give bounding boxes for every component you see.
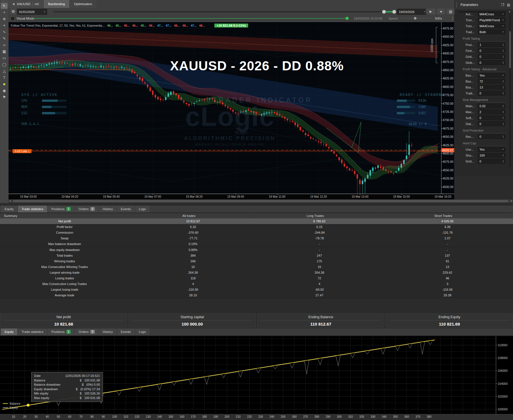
wave-tool-icon[interactable]: ∿ — [1, 29, 8, 35]
tab-orders[interactable]: Orders0 — [75, 328, 99, 335]
scroll-right-icon[interactable]: ▸ — [511, 199, 512, 202]
tab-history[interactable]: History — [99, 206, 117, 212]
pointer-icon[interactable]: ↖ — [1, 3, 8, 9]
stepper-down-icon[interactable]: ▾ — [503, 57, 504, 58]
timeline-end-thumb[interactable] — [392, 10, 396, 14]
parameters-scrollbar[interactable] — [509, 14, 511, 167]
scroll-left-icon[interactable]: ◂ — [9, 199, 11, 202]
target-icon[interactable]: ⌖ — [1, 22, 8, 28]
parameters-scrollbar-thumb[interactable] — [509, 31, 511, 68]
param-stepper[interactable]: 2▴▾ — [478, 109, 505, 114]
table-row[interactable]: Max balance drawdown0.19%-- — [0, 241, 513, 247]
eraser-icon[interactable]: ▱ — [1, 42, 8, 48]
camera-icon[interactable]: ◉ — [1, 88, 8, 94]
progress-thumb[interactable] — [346, 17, 349, 20]
grid-tool-icon[interactable]: ▦ — [1, 48, 8, 54]
param-stepper[interactable]: 100▴▾ — [478, 153, 505, 158]
stepper-down-icon[interactable]: ▾ — [503, 124, 504, 125]
panel-grip[interactable] — [456, 2, 458, 7]
crosshair-dot-icon[interactable]: ⊕ — [1, 16, 8, 22]
table-row[interactable]: Largest winning trade264.38264.38229.42 — [0, 270, 513, 276]
stepper-down-icon[interactable]: ▾ — [503, 93, 504, 95]
param-stepper[interactable]: 13▴▾ — [478, 85, 505, 90]
table-row[interactable]: Losing trades1187246 — [0, 275, 513, 281]
save-button[interactable]: ▤ — [447, 9, 455, 14]
stepper-arrows[interactable]: ▴▾ — [503, 154, 504, 157]
table-row[interactable]: Swap-77.71-78.781.07 — [0, 235, 513, 241]
tab-backtesting[interactable]: Backtesting — [44, 0, 69, 8]
stepper-arrows[interactable]: ▴▾ — [503, 49, 504, 52]
toolbar-grip[interactable] — [1, 1, 7, 1]
undock-icon[interactable]: ❐ — [501, 3, 504, 7]
tab-optimisation[interactable]: Optimisation — [70, 0, 97, 8]
param-stepper[interactable]: 0▴▾ — [478, 115, 505, 120]
visual-mode-checkbox[interactable] — [11, 16, 15, 21]
stepper-down-icon[interactable]: ▾ — [503, 155, 504, 157]
stepper-arrows[interactable]: ▴▾ — [503, 111, 504, 113]
settings-gear-button[interactable]: ⚙ — [10, 9, 16, 14]
param-stepper[interactable]: 0▴▾ — [478, 134, 505, 139]
tab-trade-statistics[interactable]: Trade statistics — [18, 328, 47, 335]
param-stepper[interactable]: 0.02▴▾ — [478, 104, 505, 108]
param-stepper[interactable]: 0▴▾ — [478, 54, 505, 59]
flag-icon[interactable]: ⚑ — [1, 94, 8, 100]
tab-events[interactable]: Events — [117, 328, 135, 335]
param-stepper[interactable]: 0▴▾ — [478, 121, 505, 126]
timeline-start-thumb[interactable] — [382, 10, 386, 14]
param-select[interactable]: Both▾ — [478, 29, 505, 34]
table-row[interactable]: Max Consecutive Losing Trades443 — [0, 281, 513, 287]
stepper-arrows[interactable]: ▴▾ — [503, 160, 504, 163]
text-tool-icon[interactable]: T — [1, 75, 8, 81]
stop-button[interactable]: ■ — [437, 9, 445, 14]
scrollbar-thumb[interactable] — [13, 200, 508, 202]
chart-horizontal-scrollbar[interactable]: ◂ ▸ — [9, 199, 513, 203]
speed-slider-thumb[interactable] — [414, 17, 416, 20]
stepper-arrows[interactable]: ▴▾ — [503, 105, 504, 107]
stepper-arrows[interactable]: ▴▾ — [503, 55, 504, 58]
param-select[interactable]: Yes▾ — [478, 147, 505, 152]
tab-equity[interactable]: Equity — [1, 328, 17, 335]
param-select[interactable]: Yes▾ — [478, 73, 505, 78]
pencil-icon[interactable]: ✎ — [1, 35, 8, 41]
speed-stepper[interactable]: ▴ ▾ — [452, 16, 453, 21]
table-row[interactable]: Max equity drawdown0.88%-- — [0, 247, 513, 253]
tab-equity[interactable]: Equity — [1, 206, 17, 212]
stepper-arrows[interactable]: ▴▾ — [503, 123, 504, 125]
stepper-arrows[interactable]: ▴▾ — [503, 43, 504, 46]
tab-orders[interactable]: Orders0 — [75, 206, 99, 212]
stepper-down-icon[interactable]: ▾ — [503, 161, 504, 163]
table-row[interactable]: Max Consecutive Winning Trades161613 — [0, 264, 513, 270]
stepper-arrows[interactable]: ▴▾ — [503, 135, 504, 138]
param-stepper[interactable]: 0▴▾ — [478, 91, 505, 96]
timeline-slider-track[interactable] — [53, 11, 393, 12]
tab-positions[interactable]: Positions1 — [48, 328, 74, 335]
table-row[interactable]: Total trades384247137 — [0, 253, 513, 259]
end-date-select[interactable]: 19/03/2026 ▾ — [397, 9, 427, 15]
param-stepper[interactable]: 0▴▾ — [478, 48, 505, 53]
param-select[interactable]: PlayWithTrend▾ — [478, 18, 505, 22]
stepper-down-icon[interactable]: ▾ — [452, 18, 453, 21]
tab-positions[interactable]: Positions1 — [48, 206, 74, 212]
tab-logs[interactable]: Logs — [135, 206, 150, 212]
param-stepper[interactable]: 1▴▾ — [478, 42, 505, 47]
start-date-select[interactable]: 01/01/2026 ▾ — [17, 9, 47, 15]
stepper-down-icon[interactable]: ▾ — [503, 63, 504, 64]
play-button[interactable]: ▶ — [426, 9, 435, 14]
stepper-arrows[interactable]: ▴▾ — [503, 117, 504, 119]
param-select[interactable]: MA4Cross▾ — [478, 24, 505, 28]
stepper-down-icon[interactable]: ▾ — [503, 81, 504, 83]
stepper-down-icon[interactable]: ▾ — [503, 118, 504, 119]
tab-events[interactable]: Events — [117, 206, 135, 212]
stepper-down-icon[interactable]: ▾ — [503, 112, 504, 113]
stepper-up-icon[interactable]: ▴ — [452, 16, 453, 18]
crosshair-icon[interactable]: + — [1, 9, 8, 15]
tab-trade-statistics[interactable]: Trade statistics — [18, 206, 47, 212]
stepper-arrows[interactable]: ▴▾ — [503, 86, 504, 89]
tab-instrument[interactable]: XAUUSD m5 — [9, 0, 43, 8]
stepper-down-icon[interactable]: ▾ — [503, 87, 504, 89]
tab-history[interactable]: History — [99, 328, 117, 335]
stepper-arrows[interactable]: ▴▾ — [503, 80, 504, 83]
stepper-down-icon[interactable]: ▾ — [503, 51, 504, 52]
stepper-arrows[interactable]: ▴▾ — [503, 61, 504, 64]
param-stepper[interactable]: 0▴▾ — [478, 159, 505, 164]
